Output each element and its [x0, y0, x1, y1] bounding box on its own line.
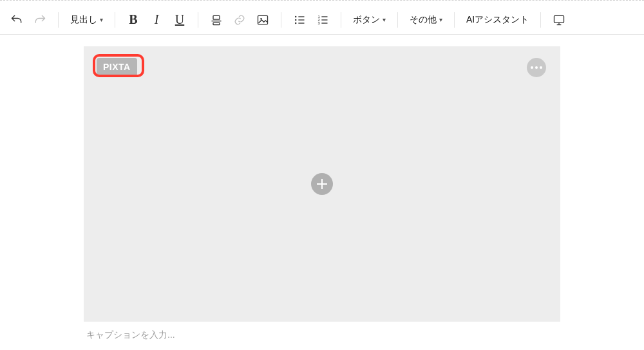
add-content-button[interactable]: [311, 173, 333, 195]
editor-toolbar: 見出し ▾ B I U: [0, 5, 644, 35]
separator: [397, 12, 398, 28]
resize-handle-top[interactable]: [0, 0, 644, 5]
other-dropdown[interactable]: その他 ▾: [404, 8, 448, 32]
svg-point-5: [295, 15, 297, 17]
link-button[interactable]: [228, 8, 251, 32]
redo-button[interactable]: [28, 8, 52, 32]
chevron-down-icon: ▾: [100, 16, 103, 23]
svg-text:3: 3: [318, 21, 320, 24]
heading-dropdown[interactable]: 見出し ▾: [65, 8, 108, 32]
bold-icon: B: [129, 12, 137, 27]
image-icon: [256, 14, 269, 26]
ai-assistant-button[interactable]: AIアシスタント: [461, 8, 534, 32]
link-icon: [233, 14, 246, 26]
block-more-button[interactable]: [527, 58, 546, 77]
ordered-list-icon: 1 2 3: [316, 14, 329, 26]
desktop-icon: [553, 14, 565, 26]
image-placeholder-block[interactable]: PIXTA: [84, 46, 560, 322]
svg-rect-2: [213, 23, 220, 24]
separator: [198, 12, 198, 28]
blockquote-icon: [210, 14, 223, 26]
image-button[interactable]: [251, 8, 274, 32]
unordered-list-button[interactable]: [288, 8, 311, 32]
underline-button[interactable]: U: [168, 8, 191, 32]
separator: [454, 12, 455, 28]
undo-icon: [10, 14, 23, 26]
more-icon: [531, 66, 542, 69]
other-dropdown-label: その他: [410, 14, 437, 26]
italic-icon: I: [155, 12, 159, 27]
separator: [115, 12, 115, 28]
undo-button[interactable]: [5, 8, 28, 32]
chevron-down-icon: ▾: [439, 16, 442, 23]
heading-label: 見出し: [70, 14, 97, 26]
redo-icon: [33, 14, 46, 26]
blockquote-button[interactable]: [205, 8, 228, 32]
svg-point-6: [295, 19, 297, 21]
unordered-list-icon: [293, 14, 306, 26]
svg-rect-17: [554, 15, 564, 23]
pixta-tag[interactable]: PIXTA: [97, 58, 137, 76]
svg-point-7: [295, 22, 297, 24]
underline-icon: U: [175, 12, 184, 27]
svg-rect-0: [213, 15, 220, 19]
svg-rect-3: [258, 15, 268, 24]
separator: [540, 12, 541, 28]
separator: [281, 12, 281, 28]
preview-button[interactable]: [547, 8, 571, 32]
italic-button[interactable]: I: [145, 8, 168, 32]
ordered-list-button[interactable]: 1 2 3: [311, 8, 334, 32]
chevron-down-icon: ▾: [383, 16, 386, 23]
ai-assistant-label: AIアシスタント: [466, 14, 529, 26]
button-dropdown-label: ボタン: [353, 14, 380, 26]
bold-button[interactable]: B: [122, 8, 145, 32]
separator: [341, 12, 341, 28]
editor-canvas-wrap: PIXTA キャプションを入力...: [84, 46, 560, 341]
caption-input[interactable]: キャプションを入力...: [84, 329, 560, 341]
separator: [58, 12, 59, 28]
button-dropdown[interactable]: ボタン ▾: [348, 8, 391, 32]
